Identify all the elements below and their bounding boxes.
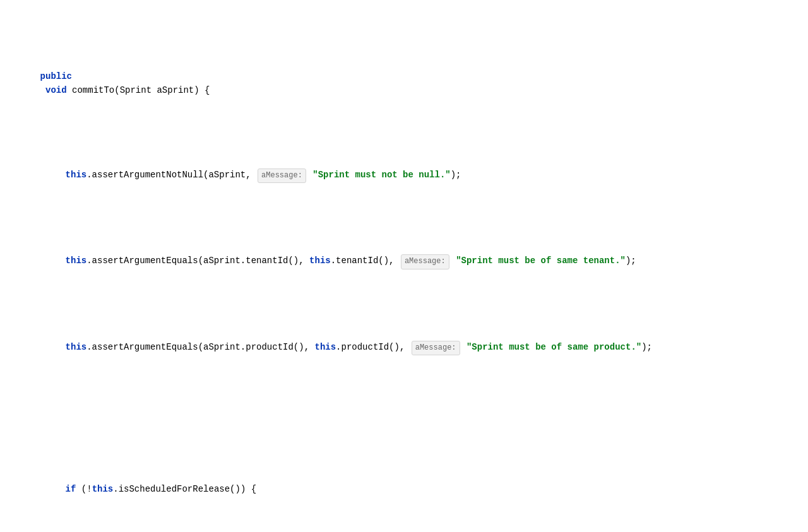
- code-line-1: public void commitTo(Sprint aSprint) {: [19, 55, 789, 112]
- keyword-public: public: [40, 71, 72, 81]
- param-hint-aMessage-2: aMessage:: [401, 254, 449, 269]
- code-line-3: this.assertArgumentEquals(aSprint.tenant…: [19, 240, 789, 283]
- keyword-void: void commitTo(Sprint aSprint) {: [40, 85, 210, 95]
- method-productId: .productId(),: [336, 342, 410, 352]
- param-hint-aMessage-1: aMessage:: [258, 168, 306, 183]
- string-2: "Sprint must be of same tenant.");: [451, 256, 636, 266]
- code-line-blank-1: [19, 411, 789, 425]
- keyword-this-4: this: [66, 342, 87, 352]
- keyword-this: this: [66, 170, 87, 180]
- condition-1: (!this.isScheduledForRelease()) {: [76, 484, 256, 494]
- method-assertArgumentEquals-2: .assertArgumentEquals(aSprint.productId(…: [86, 342, 314, 352]
- code-line-5: if (!this.isScheduledForRelease()) {: [19, 468, 789, 511]
- string-1: "Sprint must not be null.");: [307, 170, 461, 180]
- code-line-4: this.assertArgumentEquals(aSprint.produc…: [19, 326, 789, 369]
- method-assertArgumentEquals-1: .assertArgumentEquals(aSprint.tenantId()…: [86, 256, 309, 266]
- param-hint-aMessage-3: aMessage:: [412, 341, 460, 355]
- string-3: "Sprint must be of same product.");: [461, 342, 652, 352]
- keyword-this-2: this: [66, 256, 87, 266]
- keyword-this-5: this: [314, 342, 336, 352]
- keyword-this-3: this: [309, 256, 331, 266]
- code-line-2: this.assertArgumentNotNull(aSprint, aMes…: [19, 154, 789, 198]
- keyword-if-1: if: [66, 484, 76, 494]
- code-editor: public void commitTo(Sprint aSprint) { t…: [19, 13, 789, 532]
- method-tenantId-1: .tenantId(),: [331, 256, 400, 266]
- method-assertArgumentNotNull: .assertArgumentNotNull(aSprint,: [86, 170, 256, 180]
